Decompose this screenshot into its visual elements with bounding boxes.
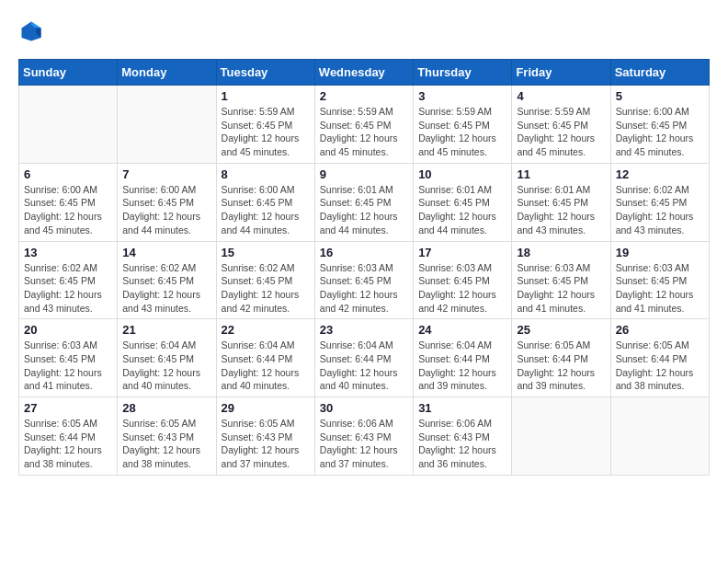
weekday-header-thursday: Thursday [414, 60, 512, 86]
day-info: Sunrise: 5:59 AMSunset: 6:45 PMDaylight:… [222, 105, 310, 159]
weekday-header-sunday: Sunday [19, 60, 118, 86]
day-info: Sunrise: 6:00 AMSunset: 6:45 PMDaylight:… [24, 183, 112, 237]
day-number: 9 [320, 167, 408, 181]
day-info: Sunrise: 6:05 AMSunset: 6:43 PMDaylight:… [222, 417, 310, 471]
calendar-body: 1Sunrise: 5:59 AMSunset: 6:45 PMDaylight… [19, 86, 710, 476]
day-number: 10 [418, 167, 506, 181]
day-info: Sunrise: 6:03 AMSunset: 6:45 PMDaylight:… [616, 261, 704, 316]
day-number: 2 [320, 89, 408, 103]
day-info: Sunrise: 6:06 AMSunset: 6:43 PMDaylight:… [320, 417, 408, 471]
day-info: Sunrise: 6:04 AMSunset: 6:45 PMDaylight:… [122, 339, 210, 393]
day-info: Sunrise: 6:02 AMSunset: 6:45 PMDaylight:… [616, 183, 704, 237]
weekday-header-wednesday: Wednesday [314, 60, 413, 86]
day-info: Sunrise: 6:00 AMSunset: 6:45 PMDaylight:… [222, 183, 310, 237]
logo [18, 18, 51, 44]
calendar-day-cell: 15Sunrise: 6:02 AMSunset: 6:45 PMDayligh… [216, 241, 314, 319]
calendar-day-cell: 5Sunrise: 6:00 AMSunset: 6:45 PMDaylight… [610, 86, 709, 164]
calendar-day-cell [610, 397, 709, 476]
calendar-day-cell: 30Sunrise: 6:06 AMSunset: 6:43 PMDayligh… [314, 397, 413, 476]
calendar-day-cell: 19Sunrise: 6:03 AMSunset: 6:45 PMDayligh… [610, 241, 709, 319]
calendar-week-row: 20Sunrise: 6:03 AMSunset: 6:45 PMDayligh… [19, 319, 710, 397]
day-info: Sunrise: 5:59 AMSunset: 6:45 PMDaylight:… [418, 105, 506, 159]
day-number: 19 [616, 246, 704, 259]
day-number: 28 [122, 401, 210, 415]
calendar-day-cell: 2Sunrise: 5:59 AMSunset: 6:45 PMDaylight… [314, 86, 413, 164]
weekday-header-monday: Monday [118, 60, 216, 86]
day-number: 31 [418, 401, 506, 415]
day-number: 23 [320, 323, 408, 337]
calendar-week-row: 13Sunrise: 6:02 AMSunset: 6:45 PMDayligh… [19, 241, 710, 319]
day-info: Sunrise: 6:05 AMSunset: 6:44 PMDaylight:… [24, 417, 112, 471]
day-number: 6 [24, 167, 112, 181]
weekday-header-friday: Friday [512, 60, 610, 86]
calendar-week-row: 6Sunrise: 6:00 AMSunset: 6:45 PMDaylight… [19, 163, 710, 241]
day-info: Sunrise: 6:02 AMSunset: 6:45 PMDaylight:… [122, 261, 210, 316]
calendar-day-cell: 16Sunrise: 6:03 AMSunset: 6:45 PMDayligh… [314, 241, 413, 319]
day-info: Sunrise: 6:03 AMSunset: 6:45 PMDaylight:… [320, 261, 408, 316]
day-info: Sunrise: 6:02 AMSunset: 6:45 PMDaylight:… [222, 261, 310, 316]
day-number: 4 [517, 89, 605, 103]
day-info: Sunrise: 6:03 AMSunset: 6:45 PMDaylight:… [418, 261, 506, 316]
calendar-day-cell: 3Sunrise: 5:59 AMSunset: 6:45 PMDaylight… [414, 86, 512, 164]
calendar-week-row: 27Sunrise: 6:05 AMSunset: 6:44 PMDayligh… [19, 397, 710, 476]
day-info: Sunrise: 6:04 AMSunset: 6:44 PMDaylight:… [222, 339, 310, 393]
day-info: Sunrise: 6:04 AMSunset: 6:44 PMDaylight:… [320, 339, 408, 393]
calendar-day-cell: 23Sunrise: 6:04 AMSunset: 6:44 PMDayligh… [314, 319, 413, 397]
day-number: 13 [24, 246, 112, 259]
calendar-day-cell: 12Sunrise: 6:02 AMSunset: 6:45 PMDayligh… [610, 163, 709, 241]
calendar-day-cell: 29Sunrise: 6:05 AMSunset: 6:43 PMDayligh… [216, 397, 314, 476]
calendar-day-cell: 11Sunrise: 6:01 AMSunset: 6:45 PMDayligh… [512, 163, 610, 241]
day-number: 8 [222, 167, 310, 181]
calendar-day-cell: 27Sunrise: 6:05 AMSunset: 6:44 PMDayligh… [19, 397, 118, 476]
day-number: 30 [320, 401, 408, 415]
day-number: 1 [222, 89, 310, 103]
calendar-day-cell: 26Sunrise: 6:05 AMSunset: 6:44 PMDayligh… [610, 319, 709, 397]
day-number: 3 [418, 89, 506, 103]
day-number: 18 [517, 246, 605, 259]
day-info: Sunrise: 6:00 AMSunset: 6:45 PMDaylight:… [616, 105, 704, 159]
day-number: 17 [418, 246, 506, 259]
day-info: Sunrise: 6:01 AMSunset: 6:45 PMDaylight:… [517, 183, 605, 237]
calendar-day-cell [118, 86, 216, 164]
calendar-week-row: 1Sunrise: 5:59 AMSunset: 6:45 PMDaylight… [19, 86, 710, 164]
calendar-day-cell [512, 397, 610, 476]
calendar-day-cell: 7Sunrise: 6:00 AMSunset: 6:45 PMDaylight… [118, 163, 216, 241]
day-number: 16 [320, 246, 408, 259]
day-info: Sunrise: 6:05 AMSunset: 6:44 PMDaylight:… [517, 339, 605, 393]
day-number: 26 [616, 323, 704, 337]
calendar-day-cell: 22Sunrise: 6:04 AMSunset: 6:44 PMDayligh… [216, 319, 314, 397]
day-number: 7 [122, 167, 210, 181]
day-info: Sunrise: 6:02 AMSunset: 6:45 PMDaylight:… [24, 261, 112, 316]
day-number: 5 [616, 89, 704, 103]
calendar-day-cell: 14Sunrise: 6:02 AMSunset: 6:45 PMDayligh… [118, 241, 216, 319]
calendar-day-cell: 17Sunrise: 6:03 AMSunset: 6:45 PMDayligh… [414, 241, 512, 319]
page-header [18, 18, 710, 44]
calendar-day-cell: 20Sunrise: 6:03 AMSunset: 6:45 PMDayligh… [19, 319, 118, 397]
day-number: 24 [418, 323, 506, 337]
day-number: 20 [24, 323, 112, 337]
calendar-day-cell: 9Sunrise: 6:01 AMSunset: 6:45 PMDaylight… [314, 163, 413, 241]
calendar-day-cell: 6Sunrise: 6:00 AMSunset: 6:45 PMDaylight… [19, 163, 118, 241]
calendar-day-cell: 18Sunrise: 6:03 AMSunset: 6:45 PMDayligh… [512, 241, 610, 319]
day-info: Sunrise: 6:04 AMSunset: 6:44 PMDaylight:… [418, 339, 506, 393]
day-number: 22 [222, 323, 310, 337]
day-number: 14 [122, 246, 210, 259]
calendar-day-cell: 13Sunrise: 6:02 AMSunset: 6:45 PMDayligh… [19, 241, 118, 319]
calendar-day-cell [19, 86, 118, 164]
day-info: Sunrise: 6:00 AMSunset: 6:45 PMDaylight:… [122, 183, 210, 237]
day-number: 12 [616, 167, 704, 181]
day-number: 15 [222, 246, 310, 259]
calendar-day-cell: 31Sunrise: 6:06 AMSunset: 6:43 PMDayligh… [414, 397, 512, 476]
day-info: Sunrise: 5:59 AMSunset: 6:45 PMDaylight:… [517, 105, 605, 159]
day-number: 11 [517, 167, 605, 181]
calendar-day-cell: 4Sunrise: 5:59 AMSunset: 6:45 PMDaylight… [512, 86, 610, 164]
calendar-day-cell: 28Sunrise: 6:05 AMSunset: 6:43 PMDayligh… [118, 397, 216, 476]
weekday-header-saturday: Saturday [610, 60, 709, 86]
day-info: Sunrise: 6:01 AMSunset: 6:45 PMDaylight:… [418, 183, 506, 237]
calendar-day-cell: 24Sunrise: 6:04 AMSunset: 6:44 PMDayligh… [414, 319, 512, 397]
day-number: 25 [517, 323, 605, 337]
day-info: Sunrise: 6:05 AMSunset: 6:43 PMDaylight:… [122, 417, 210, 471]
calendar-day-cell: 1Sunrise: 5:59 AMSunset: 6:45 PMDaylight… [216, 86, 314, 164]
day-info: Sunrise: 6:03 AMSunset: 6:45 PMDaylight:… [24, 339, 112, 393]
weekday-header-tuesday: Tuesday [216, 60, 314, 86]
